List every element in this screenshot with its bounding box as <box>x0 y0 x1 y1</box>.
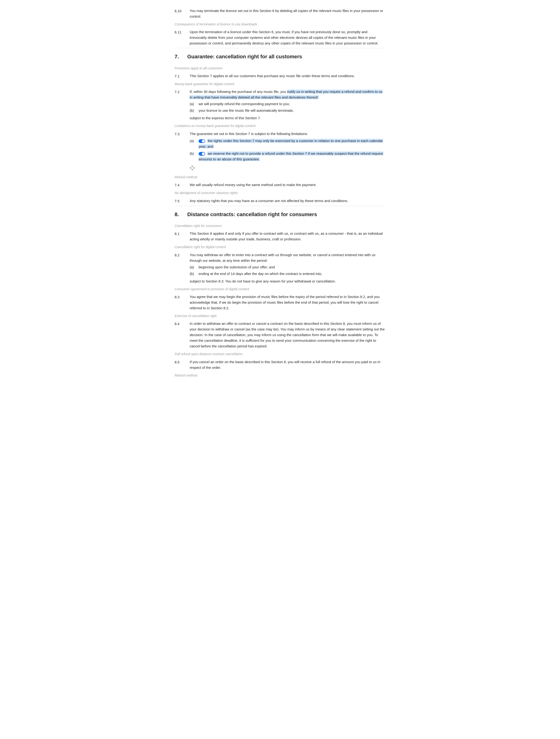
clause-7-3-row: 7.3 The guarantee set out in this Sectio… <box>175 131 385 172</box>
clause-7-2-sub-b: (b) your licence to use the music file w… <box>190 108 385 113</box>
clause-7-3-a-highlight: the rights under this Section 7 may only… <box>198 139 383 148</box>
clause-7-2-after: subject to the express terms of this Sec… <box>190 115 385 121</box>
annotation-7-4-refund-method: Refund method <box>175 174 385 180</box>
sub-label-a: (a) <box>190 101 196 107</box>
svg-point-0 <box>192 168 192 168</box>
clause-7-3-sub-a: (a) the rights under this Section 7 may … <box>190 138 385 149</box>
clause-7-3-b-highlight: we reserve the right not to provide a re… <box>198 151 383 161</box>
clause-8-4-text: In order to withdraw an offer to contrac… <box>190 321 385 348</box>
clause-7-2-body: If, within 30 days following the purchas… <box>190 89 385 121</box>
clause-7-2-sub-a: (a) we will promptly refund the correspo… <box>190 101 385 107</box>
sub-label-b: (b) <box>190 271 196 277</box>
clause-7-5-row: 7.5 Any statutory rights that you may ha… <box>175 198 385 204</box>
sub-text-a: we will promptly refund the correspondin… <box>198 101 385 107</box>
annotation-7-5-statutory: No abridgment of consumer statutory righ… <box>175 190 385 195</box>
sub-label-b: (b) <box>190 151 196 162</box>
clause-8-5-row: 8.5 If you cancel an order on the basis … <box>175 359 385 371</box>
clause-8-3-number: 8.3 <box>175 294 186 311</box>
clause-8-1-number: 8.1 <box>175 231 186 242</box>
sub-label-a: (a) <box>190 264 196 270</box>
clause-7-5-text: Any statutory rights that you may have a… <box>190 199 348 203</box>
clause-6-11-row: 6.11 Upon the termination of a licence u… <box>175 29 385 46</box>
clause-7-3-sub-b: (b) we reserve the right not to provide … <box>190 151 385 162</box>
clause-8-5-number: 8.5 <box>175 359 186 371</box>
clause-8-4-body: In order to withdraw an offer to contrac… <box>190 321 385 349</box>
clause-8-2-sub-b: (b) ending at the end of 14 days after t… <box>190 271 385 277</box>
clause-7-4-number: 7.4 <box>175 182 186 188</box>
annotation-7-2-money: Money-back guarantee for digital content <box>175 82 385 87</box>
annotation-8-1-cancellation: Cancellation right for consumers <box>175 223 385 229</box>
sub-text-a: beginning upon the submission of your of… <box>198 264 385 270</box>
clause-8-3-body: You agree that we may begin the provisio… <box>190 294 385 311</box>
annotation-7-3-limitations: Limitations on money-back guarantee for … <box>175 123 385 128</box>
clause-6-10-text: You may terminate the licence set out in… <box>190 9 383 18</box>
clause-8-3-text: You agree that we may begin the provisio… <box>190 295 380 310</box>
clause-8-1-row: 8.1 This Section 8 applies if and only i… <box>175 231 385 242</box>
clause-8-4-row: 8.4 In order to withdraw an offer to con… <box>175 321 385 349</box>
clause-6-11-body: Upon the termination of a licence under … <box>190 29 385 46</box>
clause-7-1-row: 7.1 This Section 7 applies to all our cu… <box>175 73 385 79</box>
annotation-6-11: Consequence of termination of licence to… <box>175 22 385 27</box>
clause-8-5-body: If you cancel an order on the basis desc… <box>190 359 385 371</box>
clause-7-5-number: 7.5 <box>175 198 186 204</box>
clause-7-3-number: 7.3 <box>175 131 186 172</box>
clause-7-1-body: This Section 7 applies to all our custom… <box>190 73 385 79</box>
clause-7-2-row: 7.2 If, within 30 days following the pur… <box>175 89 385 121</box>
annotation-8-6-refund-method: Refund method <box>175 373 385 378</box>
clause-7-2-intro: If, within 30 days following the purchas… <box>190 90 383 99</box>
clause-6-10-number: 6.10 <box>175 8 186 19</box>
section-8-title: Distance contracts: cancellation right f… <box>187 210 317 218</box>
section-7-number: 7. <box>175 52 183 61</box>
clause-7-3-intro: The guarantee set out in this Section 7 … <box>190 132 308 136</box>
sub-label-a: (a) <box>190 138 196 149</box>
annotation-8-3-consumer: Consumer agreement to provision of digit… <box>175 286 385 292</box>
clause-8-2-body: You may withdraw an offer to enter into … <box>190 252 385 284</box>
clause-8-2-intro: You may withdraw an offer to enter into … <box>190 253 376 263</box>
clause-7-5-body: Any statutory rights that you may have a… <box>190 198 385 204</box>
section-8-number: 8. <box>175 210 183 218</box>
section-7-header: 7. Guarantee: cancellation right for all… <box>175 48 385 63</box>
clause-8-2-number: 8.2 <box>175 252 186 284</box>
move-icon-container[interactable] <box>190 165 195 170</box>
clause-7-3-body: The guarantee set out in this Section 7 … <box>190 131 385 172</box>
clause-8-3-row: 8.3 You agree that we may begin the prov… <box>175 294 385 311</box>
clause-8-2-sub-a: (a) beginning upon the submission of you… <box>190 264 385 270</box>
toggle-icon-7-3-a[interactable] <box>198 139 205 143</box>
annotation-7-1-provisions: Provisions apply to all customers <box>175 65 385 71</box>
clause-7-1-text: This Section 7 applies to all our custom… <box>190 74 355 78</box>
clause-6-10-body: You may terminate the licence set out in… <box>190 8 385 19</box>
annotation-8-4-exercise: Exercise of cancellation right <box>175 313 385 318</box>
clause-8-1-text: This Section 8 applies if and only if yo… <box>190 232 383 241</box>
sub-text-b: your licence to use the music file will … <box>198 108 385 113</box>
clause-7-4-row: 7.4 We will usually refund money using t… <box>175 182 385 188</box>
clause-7-4-text: We will usually refund money using the s… <box>190 183 316 187</box>
clause-6-11-number: 6.11 <box>175 29 186 46</box>
clause-8-1-body: This Section 8 applies if and only if yo… <box>190 231 385 242</box>
section-8-header: 8. Distance contracts: cancellation righ… <box>175 206 385 221</box>
clause-7-2-highlight: notify us in writing that you require a … <box>190 90 383 99</box>
clause-6-11-text: Upon the termination of a licence under … <box>190 30 378 45</box>
annotation-8-2-digital: Cancellation right for digital content <box>175 244 385 250</box>
clause-7-4-body: We will usually refund money using the s… <box>190 182 385 188</box>
sub-text-b: we reserve the right not to provide a re… <box>198 151 385 162</box>
sub-text-a: the rights under this Section 7 may only… <box>198 138 385 149</box>
sub-label-b: (b) <box>190 108 196 113</box>
section-7-title: Guarantee: cancellation right for all cu… <box>187 52 302 61</box>
clause-8-2-row: 8.2 You may withdraw an offer to enter i… <box>175 252 385 284</box>
annotation-8-5-full-refund: Full refund upon distance contract cance… <box>175 351 385 356</box>
toggle-icon-7-3-b[interactable] <box>198 152 205 156</box>
clause-7-1-number: 7.1 <box>175 73 186 79</box>
move-arrows-icon <box>190 165 195 170</box>
clause-8-2-after: subject to Section 8.3. You do not have … <box>190 279 385 284</box>
clause-8-4-number: 8.4 <box>175 321 186 349</box>
clause-7-2-number: 7.2 <box>175 89 186 121</box>
clause-8-5-text: If you cancel an order on the basis desc… <box>190 360 380 370</box>
sub-text-b: ending at the end of 14 days after the d… <box>198 271 385 277</box>
clause-6-10-row: 6.10 You may terminate the licence set o… <box>175 8 385 19</box>
